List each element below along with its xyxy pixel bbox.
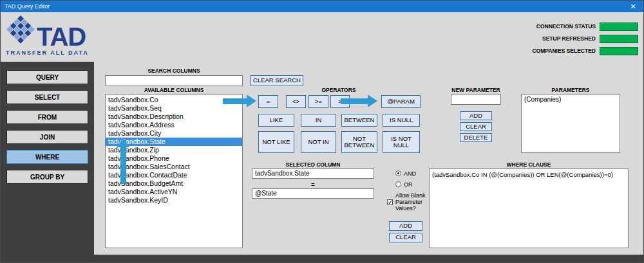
selected-operator-text: = bbox=[252, 181, 374, 188]
or-radio-circle[interactable] bbox=[395, 181, 401, 187]
search-input[interactable] bbox=[105, 75, 243, 86]
allow-blank-checkbox[interactable]: Allow Blank Parameter Values? bbox=[387, 192, 430, 212]
tad-query-editor-window: TAD Query Editor ✕ bbox=[0, 0, 644, 263]
and-radio-label: AND bbox=[404, 170, 416, 177]
parameter-delete-button[interactable]: DELETE bbox=[460, 133, 492, 142]
new-parameter-label: NEW PARAMETER bbox=[450, 87, 502, 93]
available-columns-label: AVAILABLE COLUMNS bbox=[105, 87, 243, 93]
selected-value-field[interactable]: @State bbox=[252, 188, 374, 199]
operator-is-not-null[interactable]: IS NOT NULL bbox=[383, 131, 420, 153]
status-indicator-setup bbox=[600, 35, 638, 43]
sidebar-item-from[interactable]: FROM bbox=[6, 110, 88, 124]
connector-group: AND OR bbox=[395, 168, 416, 190]
column-item[interactable]: tadvSandbox.Description bbox=[106, 113, 242, 121]
status-row-companies: COMPANIES SELECTED bbox=[512, 46, 638, 55]
bottom-bar bbox=[1, 255, 643, 263]
annotation-arrow-to-state-column bbox=[120, 147, 126, 184]
parameters-list: (Companies) bbox=[521, 94, 620, 153]
sidebar: QUERY SELECT FROM JOIN WHERE GROUP BY bbox=[1, 62, 94, 255]
where-add-button[interactable]: ADD bbox=[389, 221, 422, 231]
title-bar[interactable]: TAD Query Editor ✕ bbox=[1, 1, 643, 12]
sidebar-item-select[interactable]: SELECT bbox=[6, 90, 88, 104]
column-item[interactable]: tadvSandbox.ActiveYN bbox=[106, 188, 242, 196]
operator-between[interactable]: BETWEEN bbox=[341, 114, 377, 127]
where-clause-label: WHERE CLAUSE bbox=[429, 161, 629, 168]
status-label: COMPANIES SELECTED bbox=[512, 48, 596, 54]
window-title: TAD Query Editor bbox=[5, 3, 50, 10]
operators-label: OPERATORS bbox=[258, 87, 419, 93]
status-label: CONNECTION STATUS bbox=[512, 23, 596, 30]
status-row-connection: CONNECTION STATUS bbox=[512, 22, 638, 31]
selected-column-label: SELECTED COLUMN bbox=[252, 161, 374, 168]
sidebar-item-query[interactable]: QUERY bbox=[6, 70, 88, 84]
operator-not-like[interactable]: NOT LIKE bbox=[258, 131, 294, 153]
new-parameter-input[interactable] bbox=[451, 94, 501, 105]
allow-blank-label: Allow Blank Parameter Values? bbox=[395, 192, 429, 212]
operator-is-null[interactable]: IS NULL bbox=[383, 114, 420, 127]
where-clause-box[interactable]: (tadvSandbox.Co IN (@(Companies)) OR LEN… bbox=[429, 168, 629, 248]
operator-not-between[interactable]: NOT BETWEEN bbox=[341, 131, 377, 153]
and-radio-circle[interactable] bbox=[395, 170, 401, 176]
parameter-clear-button[interactable]: CLEAR bbox=[460, 122, 492, 131]
operator-gte[interactable]: >= bbox=[308, 95, 328, 108]
logo-subtext: TRANSFER ALL DATA bbox=[6, 50, 109, 56]
operator-not-in[interactable]: NOT IN bbox=[301, 131, 336, 153]
status-label: SETUP REFRESHED bbox=[512, 35, 596, 42]
or-radio-label: OR bbox=[404, 181, 413, 188]
operator-equals[interactable]: = bbox=[258, 95, 278, 108]
selected-column-field[interactable]: tadvSandbox.State bbox=[252, 168, 374, 179]
sidebar-item-where[interactable]: WHERE bbox=[6, 150, 88, 164]
status-indicator-connection bbox=[600, 23, 638, 31]
operator-in[interactable]: IN bbox=[301, 114, 336, 127]
allow-blank-checkbox-box[interactable] bbox=[387, 199, 393, 205]
sidebar-item-join[interactable]: JOIN bbox=[6, 130, 88, 144]
column-item[interactable]: tadvSandbox.Address bbox=[106, 121, 242, 129]
column-item[interactable]: tadvSandbox.City bbox=[106, 129, 242, 138]
parameter-add-button[interactable]: ADD bbox=[460, 111, 492, 120]
or-radio[interactable]: OR bbox=[395, 179, 416, 190]
operator-param[interactable]: @PARAM bbox=[381, 95, 421, 108]
logo-text: TAD bbox=[37, 26, 86, 48]
annotation-arrow-to-equals bbox=[223, 98, 247, 104]
status-indicator-companies bbox=[600, 47, 638, 55]
tad-logo-icon bbox=[6, 14, 35, 48]
app-logo: TAD TRANSFER ALL DATA bbox=[6, 14, 109, 56]
where-clear-button[interactable]: CLEAR bbox=[389, 233, 422, 242]
search-columns-label: SEARCH COLUMNS bbox=[105, 68, 243, 74]
close-icon[interactable]: ✕ bbox=[627, 1, 639, 12]
column-item[interactable]: tadvSandbox.Co bbox=[106, 96, 242, 104]
operator-not-equals[interactable]: <> bbox=[286, 95, 306, 108]
sidebar-item-group-by[interactable]: GROUP BY bbox=[6, 170, 88, 184]
column-item[interactable]: tadvSandbox.Seq bbox=[106, 104, 242, 113]
parameters-label: PARAMETERS bbox=[521, 87, 620, 93]
status-row-setup: SETUP REFRESHED bbox=[512, 34, 638, 43]
annotation-arrow-to-param bbox=[341, 98, 368, 104]
and-radio[interactable]: AND bbox=[395, 168, 416, 179]
parameter-item[interactable]: (Companies) bbox=[522, 95, 620, 104]
column-item[interactable]: tadvSandbox.KeyID bbox=[106, 196, 242, 204]
clear-search-button[interactable]: CLEAR SEARCH bbox=[251, 75, 303, 86]
operator-like[interactable]: LIKE bbox=[258, 114, 294, 127]
